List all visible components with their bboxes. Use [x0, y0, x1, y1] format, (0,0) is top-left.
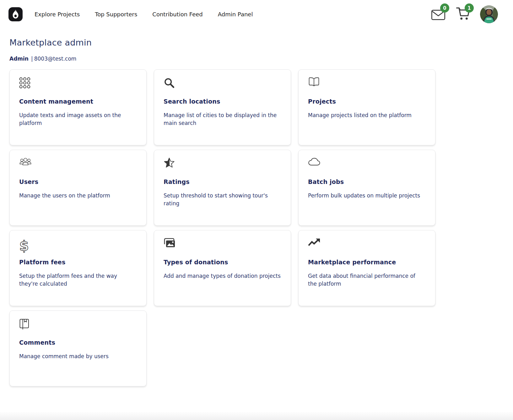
card-title: Types of donations	[164, 259, 281, 266]
card-content-management[interactable]: Content managementUpdate texts and image…	[9, 69, 147, 145]
card-ratings[interactable]: RatingsSetup threshold to start showing …	[154, 150, 291, 226]
nav-item-admin-panel[interactable]: Admin Panel	[218, 11, 253, 18]
grid-dots-icon	[19, 77, 137, 92]
card-search-locations[interactable]: Search locationsManage list of cities to…	[154, 69, 291, 145]
card-batch-jobs[interactable]: Batch jobsPerform bulk updates on multip…	[298, 150, 435, 226]
messages-button[interactable]: 0	[431, 7, 447, 22]
card-projects[interactable]: ProjectsManage projects listed on the pl…	[298, 69, 435, 145]
card-types-of-donations[interactable]: Types of donationsAdd and manage types o…	[154, 230, 291, 306]
trend-up-icon	[308, 238, 426, 253]
users-icon	[19, 158, 137, 173]
nav-item-top-supporters[interactable]: Top Supporters	[95, 11, 137, 18]
card-title: Batch jobs	[308, 178, 426, 185]
svg-text:$: $	[19, 238, 29, 253]
main-content: Marketplace admin Admin|8003@test.com Co…	[0, 38, 513, 386]
dollar-icon: $	[19, 238, 137, 253]
card-title: Comments	[19, 339, 137, 346]
app-logo-flame-icon[interactable]	[8, 7, 23, 21]
card-description: Add and manage types of donation project…	[164, 272, 281, 280]
nav-item-explore-projects[interactable]: Explore Projects	[35, 11, 80, 18]
card-description: Setup threshold to start showing tour's …	[164, 192, 281, 207]
nav-item-contribution-feed[interactable]: Contribution Feed	[152, 11, 202, 18]
card-description: Manage list of cities to be displayed in…	[164, 111, 281, 127]
card-description: Setup the platform fees and the way they…	[19, 272, 137, 288]
images-icon	[164, 238, 281, 253]
cart-count-badge: 1	[465, 3, 474, 13]
card-title: Projects	[308, 98, 426, 105]
open-book-icon	[308, 77, 426, 92]
admin-role-label: Admin	[9, 56, 29, 62]
header-actions: 0 1	[431, 5, 498, 23]
search-icon	[164, 77, 281, 92]
card-description: Manage comment made by users	[19, 353, 137, 360]
footer-strip	[0, 412, 513, 420]
card-marketplace-performance[interactable]: Marketplace performanceGet data about fi…	[298, 230, 435, 306]
card-title: Content management	[19, 98, 137, 105]
card-title: Search locations	[164, 98, 281, 105]
page-title: Marketplace admin	[9, 38, 504, 47]
cards-grid: Content managementUpdate texts and image…	[9, 69, 504, 386]
card-description: Get data about financial performance of …	[308, 272, 426, 288]
card-title: Users	[19, 178, 137, 185]
card-description: Manage projects listed on the platform	[308, 111, 426, 119]
main-nav: Explore ProjectsTop SupportersContributi…	[35, 11, 253, 18]
card-title: Marketplace performance	[308, 259, 426, 266]
separator: |	[31, 56, 33, 62]
admin-email: 8003@test.com	[34, 56, 77, 62]
book-icon	[19, 318, 137, 333]
user-avatar[interactable]	[480, 5, 498, 23]
card-comments[interactable]: CommentsManage comment made by users	[9, 310, 147, 386]
card-description: Manage the users on the platform	[19, 192, 137, 200]
star-half-icon	[164, 158, 281, 173]
card-users[interactable]: UsersManage the users on the platform	[9, 150, 147, 226]
card-description: Perform bulk updates on multiple project…	[308, 192, 426, 200]
card-description: Update texts and image assets on the pla…	[19, 111, 137, 127]
top-navbar: Explore ProjectsTop SupportersContributi…	[0, 0, 513, 24]
admin-identity: Admin|8003@test.com	[9, 56, 504, 62]
card-title: Ratings	[164, 178, 281, 185]
cloud-icon	[308, 158, 426, 173]
card-title: Platform fees	[19, 259, 137, 266]
cart-button[interactable]: 1	[456, 7, 471, 22]
messages-count-badge: 0	[440, 3, 449, 13]
card-platform-fees[interactable]: $Platform feesSetup the platform fees an…	[9, 230, 147, 306]
